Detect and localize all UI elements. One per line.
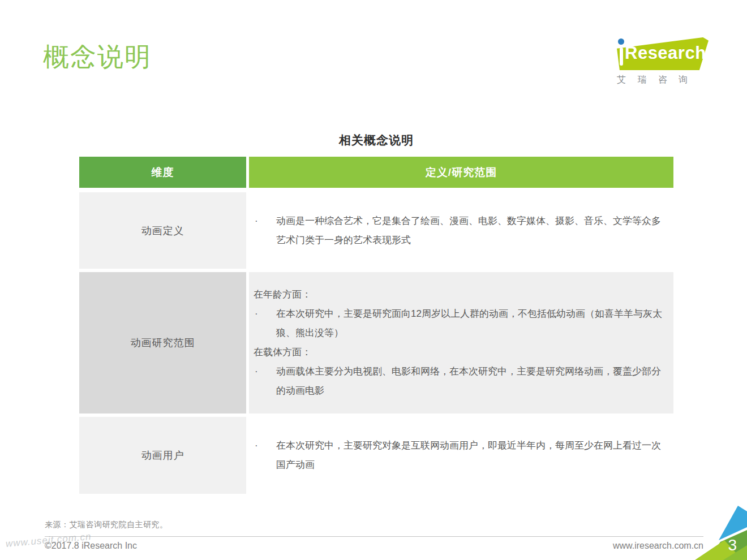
row-definition-cell: 在年龄方面： · 在本次研究中，主要是研究面向12周岁以上人群的动画，不包括低幼…	[249, 272, 673, 413]
bullet-item: · 在本次研究中，主要是研究面向12周岁以上人群的动画，不包括低幼动画（如喜羊羊…	[249, 304, 666, 343]
logo-wordmark: Research	[625, 43, 706, 63]
website-url: www.iresearch.com.cn	[613, 541, 703, 551]
table-header-row: 维度 定义/研究范围	[79, 157, 673, 188]
column-header-definition: 定义/研究范围	[249, 157, 673, 188]
bullet-marker: ·	[249, 212, 276, 250]
bullet-text: 在本次研究中，主要是研究面向12周岁以上人群的动画，不包括低幼动画（如喜羊羊与灰…	[276, 304, 666, 343]
logo-chinese-name: 艾 瑞 咨 询	[617, 74, 710, 86]
bullet-text: 动画载体主要分为电视剧、电影和网络，在本次研究中，主要是研究网络动画，覆盖少部分…	[276, 362, 666, 400]
table-row: 动画定义 · 动画是一种综合艺术，它是集合了绘画、漫画、电影、数字媒体、摄影、音…	[79, 192, 673, 269]
page-title: 概念说明	[43, 40, 152, 75]
bullet-marker: ·	[249, 436, 276, 475]
bullet-text: 动画是一种综合艺术，它是集合了绘画、漫画、电影、数字媒体、摄影、音乐、文学等众多…	[276, 212, 666, 250]
table-row: 动画用户 · 在本次研究中，主要研究对象是互联网动画用户，即最近半年内，每周至少…	[79, 417, 673, 494]
logo-letter-i-stem	[620, 48, 623, 66]
section-heading: 在载体方面：	[249, 343, 666, 362]
bullet-item: · 动画载体主要分为电视剧、电影和网络，在本次研究中，主要是研究网络动画，覆盖少…	[249, 362, 666, 400]
bullet-text: 在本次研究中，主要研究对象是互联网动画用户，即最近半年内，每周至少在网上看过一次…	[276, 436, 666, 475]
iresearch-logo: Research 艾 瑞 咨 询	[606, 33, 712, 86]
row-label: 动画用户	[79, 417, 246, 494]
source-note: 来源：艾瑞咨询研究院自主研究。	[45, 520, 168, 530]
bullet-marker: ·	[249, 362, 276, 400]
bullet-item: · 在本次研究中，主要研究对象是互联网动画用户，即最近半年内，每周至少在网上看过…	[249, 436, 666, 475]
section-heading: 在年龄方面：	[249, 285, 666, 304]
row-label: 动画定义	[79, 192, 246, 269]
row-definition-cell: · 在本次研究中，主要研究对象是互联网动画用户，即最近半年内，每周至少在网上看过…	[249, 417, 673, 494]
table-row: 动画研究范围 在年龄方面： · 在本次研究中，主要是研究面向12周岁以上人群的动…	[79, 272, 673, 413]
footer-divider	[45, 536, 703, 537]
table-caption: 相关概念说明	[79, 132, 673, 148]
corner-triangles-decoration	[690, 492, 747, 560]
page-number: 3	[728, 536, 737, 554]
slide-page: 概念说明 Research 艾 瑞 咨 询 相关概念说明 维度 定义/研究范围 …	[0, 0, 747, 560]
logo-letter-i-dot	[618, 38, 624, 45]
concept-table: 维度 定义/研究范围 动画定义 · 动画是一种综合艺术，它是集合了绘画、漫画、电…	[79, 157, 673, 497]
row-definition-cell: · 动画是一种综合艺术，它是集合了绘画、漫画、电影、数字媒体、摄影、音乐、文学等…	[249, 192, 673, 269]
bullet-item: · 动画是一种综合艺术，它是集合了绘画、漫画、电影、数字媒体、摄影、音乐、文学等…	[249, 212, 666, 250]
bullet-marker: ·	[249, 304, 276, 343]
column-header-dimension: 维度	[79, 157, 246, 188]
row-label: 动画研究范围	[79, 272, 246, 413]
